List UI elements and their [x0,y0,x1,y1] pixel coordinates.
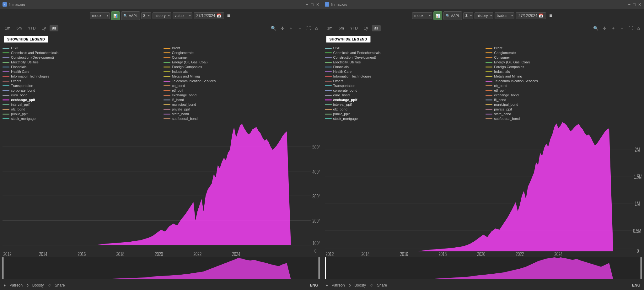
maximize-btn-right[interactable]: □ [633,2,636,7]
svg-text:1.5M: 1.5M [634,174,641,180]
time-all-right[interactable]: all [372,25,381,31]
minimize-btn-right[interactable]: − [628,2,631,7]
share-link-right[interactable]: Share [377,283,387,287]
value-wrapper-right[interactable]: trades value volume [495,12,514,19]
fullscreen-icon-right[interactable]: ⛶ [627,25,635,32]
time-1y-right[interactable]: 1y [362,25,371,31]
legend-item-label: corporate_bond [333,89,357,92]
zoom-plus-icon-right[interactable]: ＋ [609,25,617,32]
legend-item-label: interval_ppif [11,103,30,106]
exchange-select-right[interactable]: moex spbex nasdaq [412,12,432,19]
date-btn-left[interactable]: 27/12/2024 📅 [194,12,224,19]
ticker-btn-right[interactable]: 🔍 AAPL [443,11,462,20]
maximize-btn-left[interactable]: □ [311,2,314,7]
currency-wrapper-right[interactable]: $ ₽ € [463,12,473,19]
legend-item-label: Construction (Development) [333,56,376,59]
value-select-right[interactable]: trades value volume [495,12,514,19]
zoom-in-icon-right[interactable]: 🔍 [592,25,600,32]
mini-handle-right-left[interactable] [319,257,319,279]
boosty-link-right[interactable]: Boosty [354,283,366,287]
left-panel: f finmap.org − □ ✕ moex spbex nasdaq 📊 � [0,0,322,290]
minimize-btn-left[interactable]: − [306,2,309,7]
time-6m-left[interactable]: 6m [14,25,24,31]
lang-label-left[interactable]: ENG [310,283,318,287]
csv-btn-right[interactable]: 📊 [433,11,442,20]
patreon-link-left[interactable]: Patreon [9,283,23,287]
boosty-link-left[interactable]: Boosty [32,283,44,287]
mini-handle-right-left[interactable] [325,257,326,279]
legend-item: Transportation [3,83,158,88]
svg-text:500M: 500M [312,144,319,150]
legend-item: Financials [3,65,158,69]
home-icon-left[interactable]: ⌂ [314,25,319,32]
crosshair-icon-left[interactable]: ✛ [279,25,286,32]
home-icon-right[interactable]: ⌂ [636,25,641,32]
mini-handle-left[interactable] [3,257,3,279]
legend-item: exchange_bond [164,93,319,97]
legend-item: exchange_bond [486,93,641,97]
show-legend-btn-left[interactable]: SHOW/HIDE LEGEND [4,36,48,43]
date-btn-right[interactable]: 27/12/2024 📅 [516,12,546,19]
legend-color-swatch [3,95,9,96]
legend-item-label: exchange_bond [494,93,518,97]
share-icon-left: ♡ [48,283,51,287]
patreon-link-right[interactable]: Patreon [332,283,345,287]
show-legend-btn-right[interactable]: SHOW/HIDE LEGEND [326,36,371,43]
crosshair-icon-right[interactable]: ✛ [601,25,608,32]
svg-text:2018: 2018 [438,251,447,257]
legend-item: euro_bond [3,93,158,97]
exchange-wrapper-right[interactable]: moex spbex nasdaq [412,12,432,19]
close-btn-left[interactable]: ✕ [316,2,319,7]
legend-item-label: Foreign Companies [494,65,524,69]
time-1m-right[interactable]: 1m [325,25,335,31]
legend-item-label: euro_bond [333,93,350,97]
legend-item: Energy (Oil, Gas, Coal) [486,60,641,64]
csv-btn-left[interactable]: 📊 [111,11,120,20]
mode-wrapper-left[interactable]: history live [153,12,171,19]
menu-btn-left[interactable]: ≡ [225,12,232,19]
window-controls-right[interactable]: − □ ✕ [628,2,641,7]
exchange-select-left[interactable]: moex spbex nasdaq [90,12,110,19]
currency-select-left[interactable]: $ ₽ € [141,12,151,19]
exchange-wrapper-left[interactable]: moex spbex nasdaq [90,12,110,19]
window-controls-left[interactable]: − □ ✕ [306,2,319,7]
value-select-left[interactable]: value volume count [173,12,192,19]
legend-grid-left: USDBrentChemicals and PertochemicalsCong… [0,45,322,122]
currency-wrapper-left[interactable]: $ ₽ € [141,12,151,19]
currency-select-right[interactable]: $ ₽ € [463,12,473,19]
mode-select-right[interactable]: history live [475,12,493,19]
ticker-btn-left[interactable]: 🔍 AAPL [121,11,140,20]
zoom-in-icon-left[interactable]: 🔍 [269,25,278,32]
value-wrapper-left[interactable]: value volume count [173,12,192,19]
time-ytd-left[interactable]: YTD [25,25,38,31]
legend-item: cb_bond [164,83,319,88]
share-link-left[interactable]: Share [55,283,65,287]
legend-item-label: subfederal_bond [172,117,198,121]
legend-color-swatch [486,67,492,67]
search-icon-right: 🔍 [446,14,450,18]
zoom-minus-icon-left[interactable]: － [296,25,303,32]
mini-chart-left[interactable] [3,257,319,279]
mini-handle-right-right[interactable] [641,257,641,279]
legend-item-label: Foreign Companies [172,65,202,69]
svg-marker-19 [3,258,319,279]
mode-select-left[interactable]: history live [153,12,171,19]
legend-item-label: Consumer [172,56,188,59]
fullscreen-icon-left[interactable]: ⛶ [305,25,312,32]
legend-color-swatch [486,71,492,72]
time-ytd-right[interactable]: YTD [348,25,360,31]
menu-btn-right[interactable]: ≡ [547,12,554,19]
time-all-left[interactable]: all [50,25,58,31]
svg-text:2024: 2024 [554,251,562,257]
close-btn-right[interactable]: ✕ [638,2,641,7]
lang-label-right[interactable]: ENG [632,283,640,287]
zoom-plus-icon-left[interactable]: ＋ [287,25,295,32]
zoom-minus-icon-right[interactable]: － [618,25,626,32]
mode-wrapper-right[interactable]: history live [475,12,493,19]
legend-item: Conglomerate [486,51,641,55]
time-1m-left[interactable]: 1m [3,25,13,31]
time-1y-left[interactable]: 1y [39,25,48,31]
legend-color-swatch [486,104,492,105]
time-6m-right[interactable]: 6m [336,25,346,31]
mini-chart-right[interactable] [325,257,642,279]
